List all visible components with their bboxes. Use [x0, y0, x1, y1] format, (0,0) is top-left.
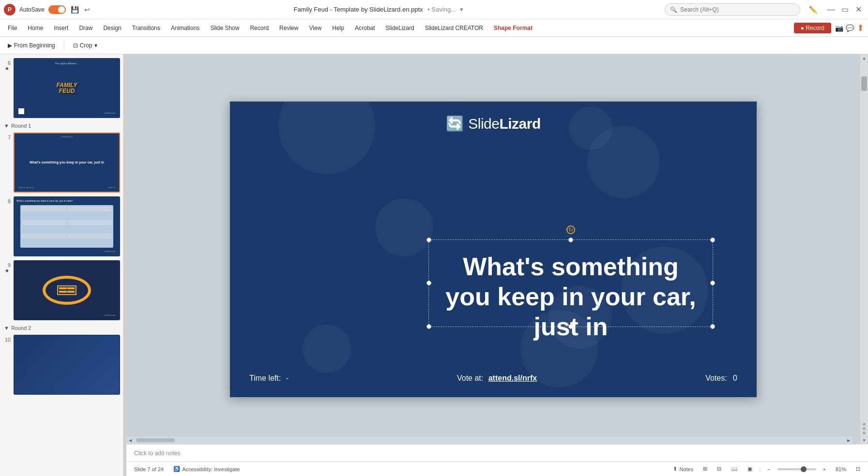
presenter-view-button[interactable]: ▣: [745, 465, 755, 473]
tab-shape-format[interactable]: Shape Format: [489, 19, 537, 36]
tab-slideshow[interactable]: Slide Show: [205, 19, 244, 36]
slide-item-10: 10: [3, 334, 120, 396]
slide-thumb-7[interactable]: ● SlideLizard What's something you keep …: [14, 133, 120, 193]
normal-view-button[interactable]: ⊞: [700, 465, 710, 473]
search-input[interactable]: [680, 6, 795, 13]
slide-area-inner: 🔄 SlideLizard ↻: [126, 54, 868, 444]
horizontal-scrollbar[interactable]: ◀ ▶: [126, 436, 853, 444]
maximize-button[interactable]: ▭: [839, 4, 851, 15]
undo-icon[interactable]: ↩: [82, 5, 92, 15]
zoom-dot-2[interactable]: [863, 427, 866, 430]
section-round2[interactable]: ▼ Round 2: [3, 323, 120, 332]
notes-placeholder: Click to add notes: [134, 450, 180, 457]
slide-thumb-8[interactable]: What's something you keep in your car, j…: [14, 196, 120, 256]
slide-thumb-6[interactable]: The slightly different ... FAMILYFEUD ● …: [14, 58, 120, 118]
fit-slide-button[interactable]: ⊡: [853, 465, 863, 473]
slide-item-6: 6 ★ The slightly different ... FAMILYFEU…: [3, 57, 120, 119]
from-beginning-button[interactable]: ▶ From Beginning: [4, 40, 59, 51]
title-bar: P AutoSave 💾 ↩ Family Feud - Template by…: [0, 0, 868, 19]
slide-item-8: 8 What's something you keep in your car,…: [3, 195, 120, 257]
handle-top-center[interactable]: [568, 238, 573, 242]
handle-top-left[interactable]: [426, 238, 431, 242]
tab-view[interactable]: View: [304, 19, 326, 36]
tab-slidelizard[interactable]: SlideLizard: [381, 19, 419, 36]
scroll-up-arrow[interactable]: ▲: [860, 54, 868, 62]
round1-label: Round 1: [11, 123, 31, 129]
tab-insert[interactable]: Insert: [49, 19, 73, 36]
pen-icon[interactable]: ✏️: [808, 5, 818, 15]
slide-number-7: 7: [3, 133, 11, 140]
scroll-right-arrow[interactable]: ▶: [845, 436, 853, 444]
slide-footer: Time left: - Vote at: attend.sl/nrfx Vot…: [230, 374, 757, 383]
zoom-slider[interactable]: [777, 468, 816, 470]
search-box[interactable]: 🔍: [665, 3, 800, 16]
play-icon: ▶: [8, 42, 12, 49]
zoom-out-button[interactable]: −: [764, 465, 773, 473]
tab-acrobat[interactable]: Acrobat: [350, 19, 380, 36]
tab-record[interactable]: Record: [245, 19, 274, 36]
handle-middle-left[interactable]: [426, 281, 431, 285]
crop-button[interactable]: ⊡ Crop ▾: [69, 40, 101, 51]
tab-draw[interactable]: Draw: [74, 19, 97, 36]
comment-icon[interactable]: 💬: [845, 23, 854, 33]
toolbar: ▶ From Beginning ⊡ Crop ▾: [0, 37, 868, 54]
tab-animations[interactable]: Animations: [166, 19, 204, 36]
handle-bottom-right[interactable]: [710, 324, 715, 329]
slide-thumb-9[interactable]: ● SlideLizard: [14, 260, 120, 320]
scroll-thumb-horizontal[interactable]: [136, 438, 175, 442]
notes-area[interactable]: Click to add notes: [126, 444, 868, 461]
zoom-dot-3[interactable]: [863, 431, 866, 434]
zoom-level[interactable]: 81%: [833, 465, 849, 473]
app-logo: P: [4, 4, 15, 15]
tab-transitions[interactable]: Transitions: [127, 19, 165, 36]
status-bar: Slide 7 of 24 ♿ Accessibility: Investiga…: [126, 461, 868, 476]
section-round1[interactable]: ▼ Round 1: [3, 121, 120, 130]
scroll-down-arrow[interactable]: ▼: [860, 436, 868, 444]
zoom-dot-1[interactable]: [863, 423, 866, 426]
slide-sorter-button[interactable]: ⊟: [714, 465, 724, 473]
votes-item: Votes: 0: [705, 374, 737, 383]
toolbar-divider: [64, 41, 64, 50]
reading-view-button[interactable]: 📖: [728, 465, 741, 473]
minimize-button[interactable]: —: [825, 4, 837, 15]
notes-button[interactable]: ⬆ Notes: [670, 465, 696, 473]
search-icon: 🔍: [670, 6, 677, 13]
slide-canvas-area[interactable]: 🔄 SlideLizard ↻: [126, 54, 860, 444]
scroll-thumb-vertical[interactable]: [861, 76, 867, 91]
star-icon-9: ★: [5, 268, 9, 273]
camera-icon[interactable]: 📷: [834, 23, 844, 33]
accessibility-button[interactable]: ♿ Accessibility: Investigate: [170, 465, 243, 473]
vertical-scrollbar[interactable]: ▲ ▼: [860, 54, 868, 444]
tab-file[interactable]: File: [3, 19, 22, 36]
slide-main-text[interactable]: What's something you keep in your car, j…: [438, 252, 703, 342]
zoom-in-button[interactable]: +: [820, 465, 829, 473]
slide-number-9: 9: [3, 260, 11, 268]
share-icon[interactable]: ⬆: [855, 23, 865, 33]
handle-top-right[interactable]: [710, 238, 715, 242]
handle-middle-right[interactable]: [710, 281, 715, 285]
rotate-handle[interactable]: ↻: [566, 225, 575, 234]
save-icon[interactable]: 💾: [70, 5, 79, 15]
zoom-thumb[interactable]: [801, 466, 807, 472]
scroll-track-horizontal[interactable]: [134, 436, 845, 444]
handle-bottom-left[interactable]: [426, 324, 431, 329]
tab-help[interactable]: Help: [327, 19, 349, 36]
slide-number-8: 8: [3, 196, 11, 204]
record-button[interactable]: ● Record: [794, 23, 831, 33]
autosave-label: AutoSave: [19, 6, 45, 13]
slide-canvas[interactable]: 🔄 SlideLizard ↻: [229, 101, 757, 398]
tab-design[interactable]: Design: [98, 19, 126, 36]
tab-home[interactable]: Home: [23, 19, 48, 36]
slide-logo: 🔄 SlideLizard: [446, 115, 541, 133]
tab-slidelizard-creator[interactable]: SlideLizard CREATOR: [420, 19, 488, 36]
scroll-left-arrow[interactable]: ◀: [126, 436, 134, 444]
scroll-track-vertical[interactable]: [860, 62, 868, 421]
ribbon: File Home Insert Draw Design Transitions…: [0, 19, 868, 37]
tab-review[interactable]: Review: [274, 19, 303, 36]
crop-dropdown-icon: ▾: [94, 42, 97, 49]
title-bar-icons: 💾 ↩: [70, 5, 92, 15]
autosave-toggle[interactable]: [48, 5, 66, 14]
slide7-text: What's something you keep in your car, j…: [30, 160, 104, 164]
close-button[interactable]: ✕: [853, 4, 864, 15]
slide-thumb-10[interactable]: [14, 335, 120, 395]
